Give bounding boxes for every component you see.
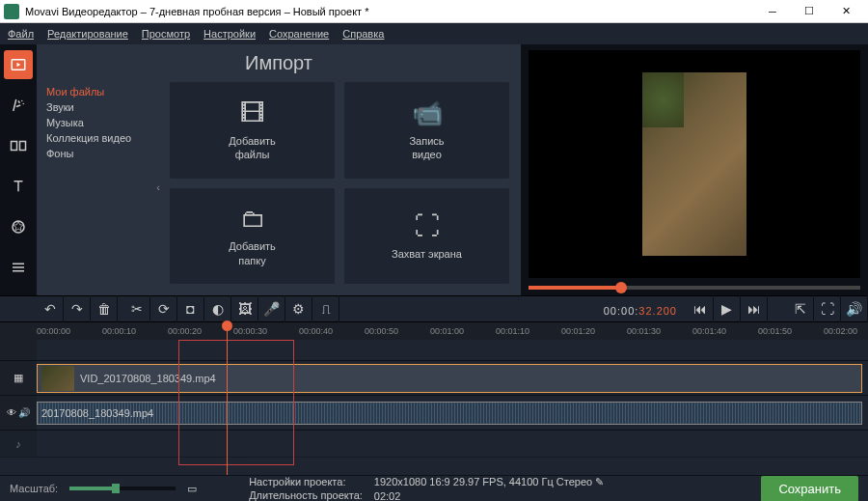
video-clip-name: VID_20170808_180349.mp4 <box>80 373 216 384</box>
play-button[interactable]: ▶ <box>714 295 741 322</box>
zoom-label: Масштаб: <box>10 483 58 494</box>
import-categories: Мои файлы Звуки Музыка Коллекция видео Ф… <box>37 78 158 295</box>
audio-track[interactable]: 👁 🔊 20170808_180349.mp4 <box>0 396 868 431</box>
rotate-button[interactable]: ⟳ <box>150 295 177 322</box>
record-video-label: Запись видео <box>409 134 444 162</box>
screen-capture-icon: ⛶ <box>415 211 440 241</box>
menu-settings[interactable]: Настройки <box>203 28 256 40</box>
menubar: Файл Редактирование Просмотр Настройки С… <box>0 23 868 44</box>
add-folder-label: Добавить папку <box>229 239 276 267</box>
cat-myfiles[interactable]: Мои файлы <box>46 84 149 99</box>
titles-track[interactable] <box>0 340 868 361</box>
mic-button[interactable]: 🎤 <box>258 295 285 322</box>
timeline-toolbar: ↶ ↷ 🗑 ✂ ⟳ ◘ ◐ 🖼 🎤 ⚙ ⎍ 00:00:32.200 ⏮ ▶ ⏭… <box>0 295 868 322</box>
add-files-label: Добавить файлы <box>229 134 276 162</box>
audio-clip[interactable]: 20170808_180349.mp4 <box>37 402 862 425</box>
volume-button[interactable]: 🔊 <box>841 295 868 322</box>
scrubber-knob[interactable] <box>615 282 627 293</box>
equalizer-button[interactable]: ⎍ <box>312 295 339 322</box>
tab-titles[interactable] <box>4 172 33 201</box>
ruler-tick: 00:00:30 <box>233 326 267 336</box>
project-info: Настройки проекта: Длительность проекта: <box>249 476 363 501</box>
tab-import[interactable] <box>4 50 33 79</box>
video-clip[interactable]: VID_20170808_180349.mp4 <box>37 364 862 393</box>
audio-clip-name: 20170808_180349.mp4 <box>41 407 153 419</box>
menu-file[interactable]: Файл <box>8 28 34 40</box>
tab-filters[interactable] <box>4 91 33 120</box>
ruler-tick: 00:01:30 <box>627 326 661 336</box>
preview-frame <box>642 72 746 256</box>
camera-icon: 📹 <box>412 98 443 128</box>
prev-frame-button[interactable]: ⏮ <box>687 295 714 322</box>
filmstrip-music-icon: 🎞 <box>240 98 265 128</box>
import-buttons: 🎞 Добавить файлы 📹 Запись видео 🗀 Добави… <box>158 78 521 295</box>
tab-stickers[interactable] <box>4 212 33 241</box>
fit-to-window-icon[interactable]: ▭ <box>187 483 197 495</box>
fullscreen-button[interactable]: ⛶ <box>814 295 841 322</box>
playhead[interactable] <box>227 322 228 475</box>
eye-icon[interactable]: 👁 <box>7 407 16 418</box>
add-files-button[interactable]: 🎞 Добавить файлы <box>170 82 335 179</box>
svg-rect-3 <box>12 142 17 151</box>
cat-videocollection[interactable]: Коллекция видео <box>46 130 149 146</box>
video-track[interactable]: ▦ VID_20170808_180349.mp4 <box>0 361 868 396</box>
preview-canvas[interactable] <box>529 50 860 278</box>
menu-save[interactable]: Сохранение <box>269 28 329 40</box>
music-track[interactable]: ♪ <box>0 431 868 458</box>
maximize-button[interactable]: ☐ <box>791 1 827 22</box>
left-tab-rail <box>0 44 37 295</box>
menu-help[interactable]: Справка <box>342 28 384 40</box>
ruler-tick: 00:00:00 <box>37 326 70 336</box>
import-title: Импорт <box>37 44 521 78</box>
edit-project-icon[interactable]: ✎ <box>595 476 604 487</box>
crop-button[interactable]: ◘ <box>177 295 204 322</box>
zoom-knob[interactable] <box>112 484 120 493</box>
picture-button[interactable]: 🖼 <box>231 295 258 322</box>
expand-button[interactable]: ⇱ <box>787 295 814 322</box>
audio-track-head: 👁 🔊 <box>0 396 37 430</box>
menu-view[interactable]: Просмотр <box>142 28 190 40</box>
tab-transitions[interactable] <box>4 131 33 160</box>
titlebar: Movavi Видеоредактор – 7-дневная пробная… <box>0 0 868 23</box>
undo-button[interactable]: ↶ <box>37 295 64 322</box>
speaker-icon[interactable]: 🔊 <box>18 407 30 418</box>
record-video-button[interactable]: 📹 Запись видео <box>344 82 509 179</box>
tab-more[interactable] <box>4 253 33 282</box>
redo-button[interactable]: ↷ <box>64 295 91 322</box>
save-button[interactable]: Сохранить <box>761 476 858 502</box>
next-frame-button[interactable]: ⏭ <box>741 295 768 322</box>
ruler-tick: 00:01:50 <box>758 326 792 336</box>
cut-button[interactable]: ✂ <box>123 295 150 322</box>
timecode-display: 00:00:32.200 <box>594 300 687 319</box>
cat-sounds[interactable]: Звуки <box>46 99 149 115</box>
timeline: 00:00:0000:00:1000:00:2000:00:3000:00:40… <box>0 322 868 475</box>
zoom-slider[interactable] <box>69 487 176 490</box>
clip-thumbnail <box>41 366 74 391</box>
menu-edit[interactable]: Редактирование <box>47 28 128 40</box>
delete-button[interactable]: 🗑 <box>91 295 118 322</box>
statusbar: Масштаб: ▭ Настройки проекта: Длительнос… <box>0 475 868 501</box>
window-title: Movavi Видеоредактор – 7-дневная пробная… <box>25 6 754 17</box>
timeline-ruler[interactable]: 00:00:0000:00:1000:00:2000:00:3000:00:40… <box>0 322 868 340</box>
screen-capture-label: Захват экрана <box>392 247 462 261</box>
screen-capture-button[interactable]: ⛶ Захват экрана <box>344 188 509 285</box>
film-icon: ▦ <box>14 372 23 384</box>
color-button[interactable]: ◐ <box>204 295 231 322</box>
cat-music[interactable]: Музыка <box>46 115 149 130</box>
ruler-tick: 00:00:10 <box>102 326 136 336</box>
cat-backgrounds[interactable]: Фоны <box>46 146 149 161</box>
gear-button[interactable]: ⚙ <box>285 295 312 322</box>
svg-point-1 <box>21 100 23 102</box>
svg-point-2 <box>23 103 25 105</box>
add-folder-button[interactable]: 🗀 Добавить папку <box>170 188 335 285</box>
close-button[interactable]: ✕ <box>827 1 864 22</box>
collapse-categories-icon[interactable]: ‹ <box>156 181 160 193</box>
svg-point-5 <box>13 221 24 233</box>
scrubber-progress <box>529 286 621 290</box>
preview-scrubber[interactable] <box>529 286 860 290</box>
ruler-tick: 00:01:20 <box>561 326 595 336</box>
waveform <box>38 403 861 424</box>
minimize-button[interactable]: ─ <box>754 1 791 22</box>
preview-panel <box>521 44 868 295</box>
project-values: 1920x1080 16:9 29.97 FPS, 44100 Гц Стере… <box>374 476 604 502</box>
